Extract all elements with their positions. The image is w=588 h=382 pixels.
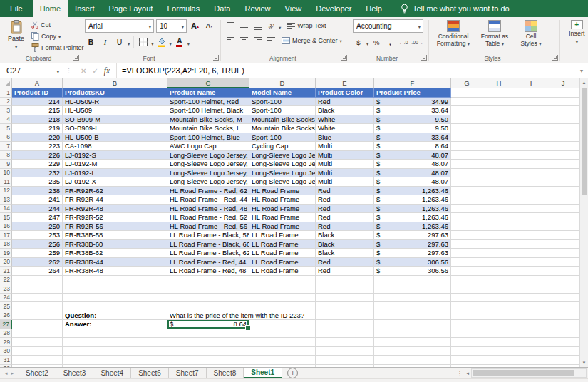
align-left-button[interactable] [225,35,236,46]
cell-A23[interactable] [12,284,63,294]
selected-cell-C27[interactable]: $8.64 [167,320,249,329]
cell-E20[interactable]: Red [316,258,374,267]
cell-C8[interactable]: Long-Sleeve Logo Jersey, [167,151,249,160]
cell-C20[interactable]: LL Road Frame - Red, 44 [167,258,249,267]
cell-C16[interactable]: HL Road Frame - Red, 56 [167,222,249,232]
cell-I26[interactable] [515,311,547,321]
cell-I18[interactable] [515,240,547,249]
cell-D7[interactable]: Cycling Cap [249,142,316,151]
cell-H11[interactable] [483,177,515,187]
sheet-tab-sheet8[interactable]: Sheet8 [207,368,244,378]
cell-B8[interactable]: LJ-0192-S [63,151,167,160]
cell-D12[interactable]: HL Road Frame [249,187,316,196]
cell-J28[interactable] [547,329,579,339]
cell-F28[interactable] [374,329,451,339]
cut-button[interactable]: Cut [30,19,86,30]
column-header-B[interactable]: B [63,78,167,88]
cell-C15[interactable]: HL Road Frame - Red, 52 [167,213,249,222]
cell-C25[interactable] [167,302,249,311]
cell-I22[interactable] [515,276,547,285]
cell-J20[interactable] [547,258,579,267]
cell-F5[interactable]: $9.50 [374,124,451,133]
cell-I11[interactable] [515,177,547,187]
ribbon-tab-view[interactable]: View [278,0,309,17]
cell-H27[interactable] [483,320,515,329]
cell-A12[interactable]: 238 [12,187,63,196]
row-header-9[interactable]: 9 [0,160,12,169]
cell-G15[interactable] [451,213,483,222]
cell-E5[interactable]: White [316,124,374,133]
row-header-12[interactable]: 12 [0,187,12,196]
cell-F18[interactable]: $297.63 [374,240,451,249]
row-header-28[interactable]: 28 [0,329,12,339]
cell-A27[interactable] [12,320,63,329]
cell-A24[interactable] [12,294,63,303]
cell-D17[interactable]: LL Road Frame [249,231,316,240]
cell-E11[interactable]: Multi [316,177,374,187]
cell-J19[interactable] [547,249,579,258]
format-painter-button[interactable]: Format Painter [30,42,86,53]
cell-J17[interactable] [547,231,579,240]
cell-J10[interactable] [547,169,579,178]
cell-D25[interactable] [249,302,316,311]
row-header-14[interactable]: 14 [0,205,12,214]
cell-I29[interactable] [515,338,547,347]
cell-F26[interactable] [374,311,451,321]
cell-D3[interactable]: Sport-100 [249,106,316,115]
row-header-10[interactable]: 10 [0,169,12,178]
cell-E4[interactable]: White [316,115,374,125]
cell-H14[interactable] [483,205,515,214]
wrap-text-button[interactable]: Wrap Text [286,21,327,31]
cell-A22[interactable] [12,276,63,285]
cell-E1[interactable]: Product Color [316,88,374,98]
row-header-2[interactable]: 2 [0,98,12,107]
cell-F31[interactable] [374,356,451,365]
cell-F24[interactable] [374,294,451,303]
cell-F8[interactable]: $48.07 [374,151,451,160]
cell-J15[interactable] [547,213,579,222]
cell-E21[interactable]: Red [316,267,374,276]
ribbon-tab-review[interactable]: Review [237,0,277,17]
cell-D28[interactable] [249,329,316,339]
horizontal-scrollbar[interactable] [455,368,588,378]
cell-H3[interactable] [483,106,515,115]
orientation-dropdown-icon[interactable] [279,19,281,32]
cell-I3[interactable] [515,106,547,115]
cell-I7[interactable] [515,142,547,151]
merge-center-button[interactable]: Merge & Center [280,35,344,46]
cell-F16[interactable]: $1,263.46 [374,222,451,232]
cell-E23[interactable] [316,284,374,294]
cell-D1[interactable]: Model Name [249,88,316,98]
paste-button[interactable]: Paste [4,19,29,51]
cell-F6[interactable]: $33.64 [374,133,451,143]
cell-E24[interactable] [316,294,374,303]
insert-cells-button[interactable]: Insert [564,19,588,46]
cell-H10[interactable] [483,169,515,178]
cell-I2[interactable] [515,98,547,107]
formula-bar-expand-icon[interactable] [575,63,588,78]
horizontal-scrollbar-thumb[interactable] [473,370,574,376]
cell-A11[interactable]: 235 [12,177,63,187]
ribbon-tab-developer[interactable]: Developer [309,0,359,17]
cell-E3[interactable]: Black [316,106,374,115]
cell-D15[interactable]: HL Road Frame [249,213,316,222]
cell-F27[interactable] [374,320,451,329]
cell-H21[interactable] [483,267,515,276]
cell-H13[interactable] [483,195,515,205]
row-header-7[interactable]: 7 [0,142,12,151]
font-size-select[interactable]: 10 [156,19,187,33]
cell-J11[interactable] [547,177,579,187]
cell-D11[interactable]: Long-Sleeve Logo Jers [249,177,316,187]
row-header-18[interactable]: 18 [0,240,12,249]
cell-J1[interactable] [547,88,579,98]
cell-B10[interactable]: LJ-0192-L [63,169,167,178]
cell-I14[interactable] [515,205,547,214]
cell-F21[interactable]: $306.56 [374,267,451,276]
cell-B1[interactable]: ProductSKU [63,88,167,98]
column-header-H[interactable]: H [483,78,515,88]
cell-E10[interactable]: Multi [316,169,374,178]
cell-C13[interactable]: HL Road Frame - Red, 44 [167,195,249,205]
cell-G31[interactable] [451,356,483,365]
styles-dialog-launcher[interactable] [552,55,558,61]
cell-E22[interactable] [316,276,374,285]
